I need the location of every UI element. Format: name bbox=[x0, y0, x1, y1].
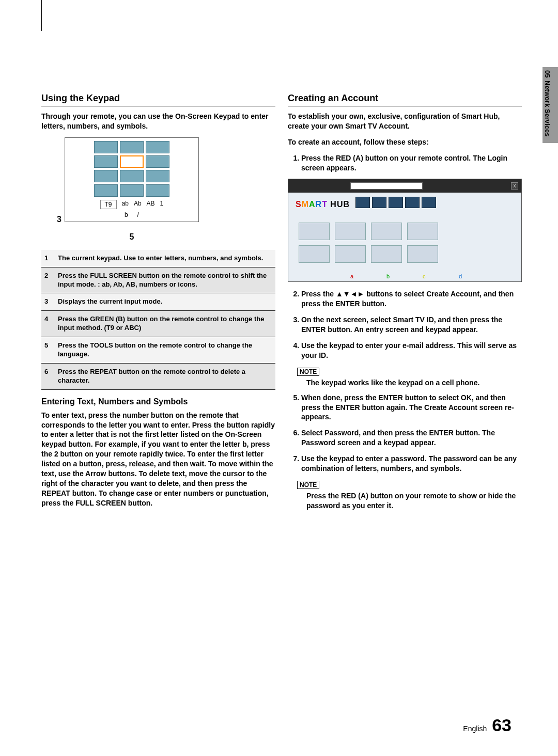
search-input[interactable] bbox=[350, 182, 423, 190]
recommended-row bbox=[355, 197, 436, 208]
table-row: 3Displays the current input mode. bbox=[41, 293, 275, 311]
heading-entering-text: Entering Text, Numbers and Symbols bbox=[41, 397, 275, 406]
list-item: Use the keypad to enter your e-mail addr… bbox=[301, 341, 522, 360]
smart-hub-screenshot: x SMART HUB bbox=[288, 179, 522, 282]
create-steps-cont2: When done, press the ENTER button to sel… bbox=[288, 393, 522, 474]
create-intro-2: To create an account, follow these steps… bbox=[288, 137, 522, 147]
mode-ab-mixed: Ab bbox=[134, 200, 142, 209]
note-text: Press the RED (A) button on your remote … bbox=[306, 491, 522, 511]
app-tile[interactable] bbox=[335, 223, 366, 240]
footer-language: English bbox=[463, 724, 487, 733]
keypad-footer-row: b / bbox=[68, 211, 195, 218]
mode-shift: 1 bbox=[160, 200, 164, 209]
list-item: When done, press the ENTER button to sel… bbox=[301, 393, 522, 422]
table-row: 2Press the FULL SCREEN button on the rem… bbox=[41, 267, 275, 293]
note-label: NOTE bbox=[297, 481, 319, 489]
chapter-tab: 05 Network Services bbox=[542, 67, 558, 143]
callout-5: 5 bbox=[65, 232, 199, 242]
chapter-number: 05 bbox=[544, 70, 551, 77]
onscreen-keypad: T9 ab Ab AB 1 b / bbox=[65, 137, 199, 222]
heading-creating-account: Creating an Account bbox=[288, 93, 522, 106]
create-intro-1: To establish your own, exclusive, config… bbox=[288, 112, 522, 131]
app-tile[interactable] bbox=[371, 223, 402, 240]
page: 05 Network Services Using the Keypad Thr… bbox=[0, 0, 558, 756]
keypad-legend-table: 1The current keypad. Use to enter letter… bbox=[41, 250, 275, 390]
entering-text-body: To enter text, press the number button o… bbox=[41, 411, 275, 508]
page-footer: English 63 bbox=[463, 715, 512, 735]
app-tile[interactable] bbox=[299, 223, 330, 240]
table-row: 1The current keypad. Use to enter letter… bbox=[41, 250, 275, 267]
list-item: Press the ▲▼◄► buttons to select Create … bbox=[301, 289, 522, 309]
page-number: 63 bbox=[492, 715, 512, 735]
keypad-mode-row: T9 ab Ab AB 1 bbox=[68, 200, 195, 209]
keypad-figure: 3 T9 ab Ab AB bbox=[57, 137, 275, 242]
color-button-d[interactable]: d bbox=[459, 273, 462, 279]
note-text: The keypad works like the keypad on a ce… bbox=[306, 378, 522, 388]
mode-ab-lower: ab bbox=[122, 200, 129, 209]
crop-mark bbox=[41, 0, 42, 31]
table-row: 4Press the GREEN (B) button on the remot… bbox=[41, 311, 275, 337]
close-icon[interactable]: x bbox=[511, 182, 518, 190]
app-tile[interactable] bbox=[407, 245, 438, 263]
smart-hub-logo: SMART HUB bbox=[296, 200, 350, 209]
color-button-c[interactable]: c bbox=[423, 273, 426, 279]
table-row: 6Press the REPEAT button on the remote c… bbox=[41, 363, 275, 389]
mode-t9: T9 bbox=[100, 200, 117, 209]
chapter-title: Network Services bbox=[544, 81, 551, 136]
app-tile[interactable] bbox=[371, 245, 402, 263]
list-item: Press the RED (A) button on your remote … bbox=[301, 153, 522, 173]
note-label: NOTE bbox=[297, 368, 319, 376]
mode-ab-upper: AB bbox=[147, 200, 155, 209]
keypad-intro: Through your remote, you can use the On-… bbox=[41, 112, 275, 131]
create-steps: Press the RED (A) button on your remote … bbox=[288, 153, 522, 173]
left-column: Using the Keypad Through your remote, yo… bbox=[41, 93, 275, 516]
create-steps-cont: Press the ▲▼◄► buttons to select Create … bbox=[288, 289, 522, 360]
color-button-a[interactable]: a bbox=[350, 273, 353, 279]
list-item: On the next screen, select Smart TV ID, … bbox=[301, 315, 522, 335]
color-button-b[interactable]: b bbox=[386, 273, 390, 279]
list-item: Use the keypad to enter a password. The … bbox=[301, 454, 522, 474]
table-row: 5Press the TOOLS button on the remote co… bbox=[41, 337, 275, 364]
heading-using-keypad: Using the Keypad bbox=[41, 93, 275, 106]
callout-3: 3 bbox=[57, 215, 61, 224]
note-block: NOTE The keypad works like the keypad on… bbox=[297, 367, 522, 388]
app-tile[interactable] bbox=[335, 245, 366, 263]
note-block: NOTE Press the RED (A) button on your re… bbox=[297, 480, 522, 511]
app-tile[interactable] bbox=[299, 245, 330, 263]
app-tile[interactable] bbox=[407, 223, 438, 240]
right-column: Creating an Account To establish your ow… bbox=[288, 93, 522, 516]
list-item: Select Password, and then press the ENTE… bbox=[301, 428, 522, 448]
